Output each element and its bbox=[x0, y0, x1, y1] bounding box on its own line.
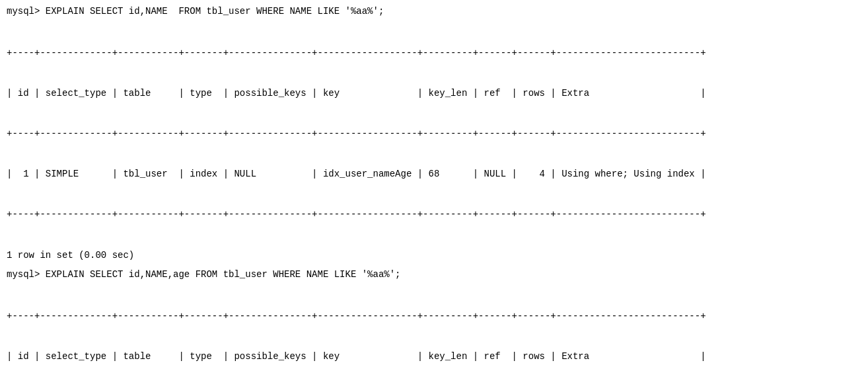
terminal-block-2: mysql> EXPLAIN SELECT id,NAME,age FROM t… bbox=[7, 268, 861, 367]
result-1: 1 row in set (0.00 sec) bbox=[7, 249, 861, 263]
table-2: +----+-------------+-----------+-------+… bbox=[7, 283, 861, 367]
prompt-1: mysql> EXPLAIN SELECT id,NAME FROM tbl_u… bbox=[7, 5, 861, 19]
header-1: | id | select_type | table | type | poss… bbox=[7, 87, 861, 100]
data-row-1: | 1 | SIMPLE | tbl_user | index | NULL |… bbox=[7, 167, 861, 181]
header-2: | id | select_type | table | type | poss… bbox=[7, 350, 861, 363]
table-1: +----+-------------+-----------+-------+… bbox=[7, 20, 861, 248]
prompt-2: mysql> EXPLAIN SELECT id,NAME,age FROM t… bbox=[7, 268, 861, 282]
sep-top-2: +----+-------------+-----------+-------+… bbox=[7, 309, 861, 323]
sep-top-1: +----+-------------+-----------+-------+… bbox=[7, 46, 861, 60]
sep-bot-1: +----+-------------+-----------+-------+… bbox=[7, 208, 861, 221]
sep-mid-1: +----+-------------+-----------+-------+… bbox=[7, 127, 861, 140]
terminal-block-1: mysql> EXPLAIN SELECT id,NAME FROM tbl_u… bbox=[7, 5, 861, 262]
